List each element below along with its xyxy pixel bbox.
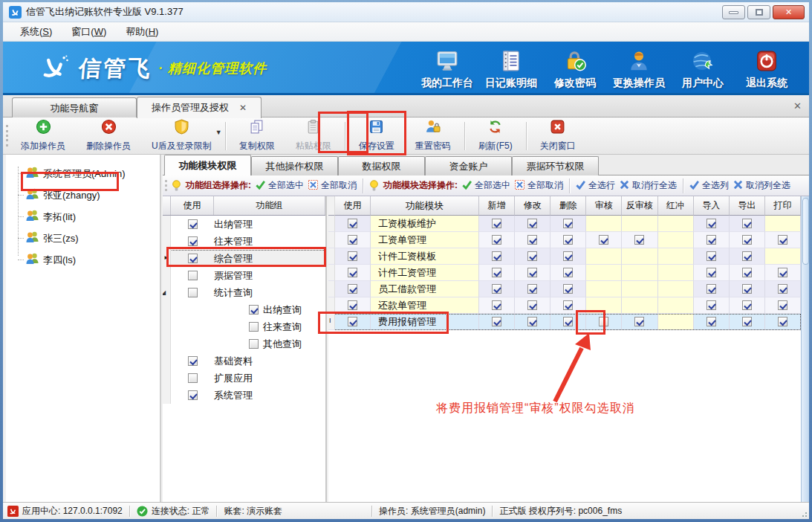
toolbar-button-refresh[interactable]: 刷新(F5) (468, 117, 523, 155)
doc-tab-0[interactable]: 功能导航窗 (12, 97, 137, 118)
perm-checkbox[interactable] (707, 268, 716, 277)
perm-checkbox[interactable] (492, 251, 501, 261)
perm-checkbox[interactable] (778, 268, 787, 277)
group-row[interactable]: 出纳查询 (163, 301, 325, 318)
cancel-cols-button[interactable]: 取消列全选 (733, 179, 790, 192)
perm-checkbox[interactable] (707, 219, 716, 228)
module-select-all-button[interactable]: 全部选中 (462, 179, 510, 192)
table-column-header[interactable]: 导入 (694, 196, 730, 216)
use-checkbox[interactable] (348, 235, 357, 245)
perm-checkbox[interactable] (563, 300, 573, 310)
toolbar-button-reset-password[interactable]: 重置密码 (405, 117, 461, 155)
use-checkbox[interactable] (348, 251, 357, 261)
banner-action-journal[interactable]: 日记账明细 (479, 48, 543, 90)
perm-checkbox[interactable] (742, 284, 752, 294)
toolbar-button-remove[interactable]: 删除操作员 (76, 117, 141, 155)
group-row[interactable]: 往来查询 (163, 318, 325, 335)
perm-tab-2[interactable]: 数据权限 (338, 156, 425, 175)
select-rows-button[interactable]: 全选行 (576, 179, 615, 192)
group-checkbox[interactable] (188, 271, 198, 280)
use-checkbox[interactable] (348, 300, 357, 310)
perm-checkbox[interactable] (563, 235, 573, 245)
perm-checkbox[interactable] (563, 219, 573, 228)
dropdown-caret-icon[interactable]: ▼ (215, 129, 222, 136)
perm-checkbox[interactable] (742, 235, 752, 245)
tab-close-icon[interactable]: ✕ (239, 103, 247, 113)
table-column-header[interactable]: 导出 (730, 196, 765, 216)
group-checkbox[interactable] (188, 236, 198, 246)
perm-checkbox[interactable] (742, 317, 752, 326)
table-row[interactable]: 计件工资管理 (328, 265, 801, 281)
group-checkbox[interactable] (249, 339, 259, 349)
perm-checkbox[interactable] (527, 235, 537, 245)
perm-checkbox[interactable] (778, 300, 787, 310)
operator-node-1[interactable]: 张亚(zhangy) (6, 184, 160, 206)
group-row[interactable]: 出纳管理 (163, 216, 325, 233)
group-checkbox[interactable] (188, 390, 198, 400)
table-row[interactable]: 工资模板维护 (328, 216, 801, 232)
perm-checkbox[interactable] (563, 284, 573, 294)
operator-node-0[interactable]: 系统管理员(Admin) (6, 163, 160, 184)
resize-grip[interactable] (799, 509, 808, 518)
toolbar-button-add[interactable]: 添加操作员 (10, 117, 76, 155)
perm-tab-3[interactable]: 资金账户 (425, 156, 512, 175)
expand-triangle-icon[interactable]: ◢ (163, 289, 166, 296)
select-cols-button[interactable]: 全选列 (689, 179, 729, 192)
perm-checkbox[interactable] (634, 317, 644, 326)
table-row[interactable]: 员工借款管理 (328, 281, 801, 297)
perm-checkbox[interactable] (599, 235, 608, 245)
group-cancel-all-button[interactable]: 全部取消 (308, 179, 357, 192)
operator-node-2[interactable]: 李拓(lit) (6, 206, 160, 228)
table-row[interactable]: 工资单管理 (328, 232, 801, 248)
vertical-scrollbar[interactable] (801, 196, 809, 502)
perm-checkbox[interactable] (742, 268, 752, 277)
table-column-header[interactable]: 打印 (765, 196, 801, 216)
group-select-all-button[interactable]: 全部选中 (256, 179, 304, 192)
table-column-header[interactable]: 红冲 (658, 196, 694, 216)
group-row[interactable]: 其他查询 (163, 335, 325, 352)
perm-checkbox[interactable] (492, 268, 501, 277)
use-checkbox[interactable] (348, 219, 357, 228)
perm-checkbox[interactable] (707, 251, 716, 261)
group-checkbox[interactable] (188, 254, 198, 263)
table-row[interactable]: Ι费用报销管理 (328, 314, 801, 330)
perm-checkbox[interactable] (742, 219, 752, 228)
group-row[interactable]: 票据管理 (163, 267, 325, 284)
perm-checkbox[interactable] (599, 317, 608, 326)
perm-checkbox[interactable] (707, 284, 716, 294)
group-row[interactable]: 扩展应用 (163, 370, 325, 387)
group-row[interactable]: 往来管理 (163, 233, 325, 250)
group-checkbox[interactable] (188, 356, 198, 366)
operator-node-4[interactable]: 李四(ls) (6, 249, 160, 271)
group-checkbox[interactable] (249, 322, 259, 332)
perm-tab-4[interactable]: 票据环节权限 (512, 156, 599, 175)
banner-action-change-password[interactable]: 修改密码 (543, 48, 607, 90)
perm-checkbox[interactable] (707, 235, 716, 245)
perm-checkbox[interactable] (492, 235, 501, 245)
perm-checkbox[interactable] (778, 317, 787, 326)
group-checkbox[interactable] (188, 288, 198, 297)
group-row[interactable]: ►综合管理 (163, 250, 325, 267)
scrollbar-thumb[interactable] (802, 198, 809, 265)
cancel-rows-button[interactable]: 取消行全选 (620, 179, 677, 192)
perm-checkbox[interactable] (492, 219, 501, 228)
perm-checkbox[interactable] (492, 300, 501, 310)
perm-checkbox[interactable] (492, 317, 501, 326)
banner-action-workbench[interactable]: 我的工作台 (415, 48, 479, 90)
table-row[interactable]: 还款单管理 (328, 297, 801, 314)
toolbar-button-save[interactable]: 保存设置 (348, 117, 405, 155)
perm-checkbox[interactable] (563, 268, 573, 277)
perm-checkbox[interactable] (527, 219, 537, 228)
use-checkbox[interactable] (348, 284, 357, 294)
tabstrip-close-icon[interactable]: ✕ (793, 100, 802, 112)
table-column-header[interactable]: 反审核 (622, 196, 657, 216)
table-column-header[interactable]: 修改 (515, 196, 550, 216)
table-column-header[interactable]: 新增 (479, 196, 515, 216)
banner-action-switch-operator[interactable]: 更换操作员 (607, 48, 671, 90)
perm-tab-0[interactable]: 功能模块权限 (164, 155, 251, 175)
module-cancel-all-button[interactable]: 全部取消 (515, 179, 563, 192)
perm-checkbox[interactable] (742, 251, 752, 261)
table-column-header[interactable]: 使用 (335, 196, 371, 216)
group-row[interactable]: ◢统计查询 (163, 284, 325, 301)
banner-action-user-center[interactable]: 用户中心 (671, 48, 735, 90)
